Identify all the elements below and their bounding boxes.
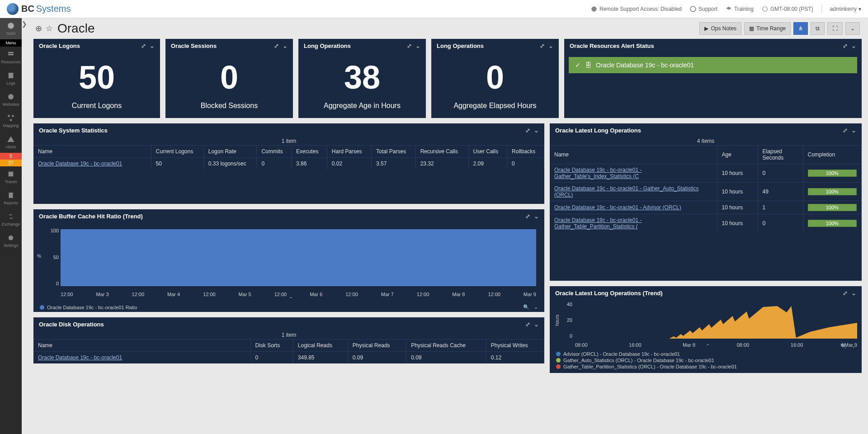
graduation-icon: [726, 6, 732, 12]
sidebar-item-logs[interactable]: Logs: [0, 68, 22, 89]
support-link[interactable]: Support: [690, 6, 717, 12]
timezone-selector[interactable]: GMT-08:00 (PST): [762, 6, 813, 12]
legend-item[interactable]: Gather_Auto_Statistics (ORCL) - Oracle D…: [556, 358, 855, 363]
bignum-value: 50: [79, 61, 115, 94]
sidebar-item-traces[interactable]: Traces: [0, 166, 22, 188]
table-row[interactable]: Oracle Database 19c - bc-oracle01 - Advi…: [550, 201, 862, 214]
chevron-down-icon[interactable]: ⌄: [534, 321, 539, 328]
chevron-up-icon[interactable]: ⌃: [289, 296, 293, 302]
bignum-label: Aggregate Age in Hours: [324, 102, 401, 110]
chevron-down-icon[interactable]: ⌄: [851, 290, 856, 297]
dashboard-icon[interactable]: ⊕: [35, 24, 42, 33]
expand-icon[interactable]: ⤢: [843, 290, 848, 297]
search-icon[interactable]: 🔍: [523, 304, 529, 310]
chevron-down-icon[interactable]: ⌄: [851, 343, 855, 349]
star-icon[interactable]: ☆: [46, 24, 53, 33]
svg-rect-11: [9, 172, 14, 177]
table-row[interactable]: Oracle Database 19c - bc-oracle01 - Gath…: [550, 183, 862, 201]
chevron-down-icon[interactable]: ⌄: [548, 42, 553, 49]
fullscreen-button[interactable]: ⛶: [827, 22, 843, 35]
table-row[interactable]: Oracle Database 19c - bc-oracle01 0 349.…: [33, 352, 544, 364]
sidebar-item-dash[interactable]: Dash: [0, 18, 22, 39]
mapping-icon: [7, 114, 15, 122]
ops-notes-button[interactable]: ▶Ops Notes: [699, 22, 741, 35]
svg-point-1: [690, 6, 696, 12]
chevron-down-icon[interactable]: ⌄: [534, 127, 539, 134]
breadcrumb-icons: ⊕ ☆: [35, 24, 53, 33]
expand-icon[interactable]: ⤢: [540, 42, 545, 49]
svg-rect-5: [8, 54, 14, 55]
share-button[interactable]: ⋔: [793, 22, 808, 35]
card-long-operations-age: Long Operations⤢⌄ 38Aggregate Age in Hou…: [298, 39, 426, 118]
card-alert-status: Oracle Resources Alert Status⤢⌄ ✓ 🗄 Orac…: [564, 39, 862, 118]
globe-icon: [762, 6, 768, 12]
copy-button[interactable]: ⧉: [811, 22, 825, 35]
expand-icon[interactable]: ⤢: [843, 42, 848, 49]
alert-count-warning[interactable]: 27: [0, 160, 22, 166]
bignum-label: Aggregate Elapsed Hours: [453, 102, 536, 110]
chevron-down-icon[interactable]: ⌄: [851, 127, 856, 134]
fullscreen-icon: ⛶: [832, 25, 838, 32]
table-row[interactable]: Oracle Database 19c - bc-oracle01 - Gath…: [550, 214, 862, 233]
svg-point-3: [8, 23, 14, 29]
legend-dot: [556, 358, 561, 363]
legend-item[interactable]: Advisor (ORCL) - Oracle Database 19c - b…: [556, 351, 855, 357]
sidebar-item-resources[interactable]: Resources: [0, 47, 22, 68]
chevron-down-icon: ⌄: [850, 25, 855, 32]
expand-icon[interactable]: ⤢: [407, 42, 412, 49]
legend-dot: [556, 352, 561, 356]
svg-point-13: [9, 236, 14, 241]
svg-rect-6: [9, 73, 14, 78]
time-range-button[interactable]: ▦Time Range: [744, 22, 791, 35]
chevron-down-icon[interactable]: ⌄: [534, 213, 539, 220]
buffer-chart-plot: % 100500 12:00 Mar 3 12:00 Mar 4 12:00 M…: [38, 226, 538, 299]
svg-point-8: [8, 115, 10, 117]
dashboard-grid: Oracle Logons⤢⌄ 50Current Logons Oracle …: [27, 39, 868, 434]
chevron-down-icon[interactable]: ⌄: [534, 304, 538, 310]
logo[interactable]: BC Systems: [7, 3, 71, 15]
chevron-down-icon[interactable]: ⌄: [283, 42, 288, 49]
expand-icon[interactable]: ⤢: [525, 127, 530, 134]
sidebar-item-alerts[interactable]: Alerts: [0, 132, 22, 153]
chevron-down-icon[interactable]: ⌄: [150, 42, 155, 49]
sidebar-expand-button[interactable]: ❯: [22, 18, 27, 30]
search-icon[interactable]: 🔍: [840, 343, 847, 349]
sidebar-item-exchange[interactable]: Exchange: [0, 209, 22, 230]
expand-icon[interactable]: ⤢: [525, 213, 530, 220]
gear-icon: [7, 234, 15, 242]
expand-icon[interactable]: ⤢: [274, 42, 279, 49]
share-icon: ⋔: [798, 25, 803, 32]
dashboard-icon: [7, 22, 15, 30]
alert-icon: [7, 135, 15, 143]
left-sidebar: ❯ Dash Menu Resources Logs Websites Mapp…: [0, 18, 22, 434]
expand-icon[interactable]: ⤢: [525, 321, 530, 328]
user-menu[interactable]: adminkerry ▾: [830, 6, 861, 12]
item-count: 4 items: [550, 137, 862, 145]
long-ops-table: Name Age Elapsed Seconds Completion Orac…: [550, 145, 862, 232]
svg-rect-4: [8, 52, 14, 53]
sidebar-item-mapping[interactable]: Mapping: [0, 110, 22, 132]
chevron-up-icon[interactable]: ⌃: [706, 343, 710, 349]
alert-count-critical[interactable]: 5: [0, 153, 22, 160]
training-link[interactable]: Training: [726, 6, 754, 12]
remote-support-status[interactable]: Remote Support Access: Disabled: [591, 6, 682, 12]
more-menu-button[interactable]: ⌄: [845, 22, 860, 35]
chart-area: [61, 229, 536, 286]
menu-label: Menu: [0, 39, 22, 47]
chevron-down-icon[interactable]: ⌄: [415, 42, 420, 49]
logs-icon: [7, 71, 15, 80]
alert-row-ok[interactable]: ✓ 🗄 Oracle Database 19c - bc-oracle01: [569, 57, 857, 73]
expand-icon[interactable]: ⤢: [843, 127, 848, 134]
sidebar-item-reports[interactable]: Reports: [0, 188, 22, 209]
legend-item[interactable]: Gather_Table_Partition_Statistics (ORCL)…: [556, 364, 855, 369]
bignum-label: Current Logons: [72, 102, 122, 110]
globe-icon: [7, 93, 15, 101]
table-row[interactable]: Oracle Database 19c - bc-oracle01 50 0.3…: [33, 158, 544, 170]
sidebar-item-settings[interactable]: Settings: [0, 230, 22, 251]
toolbar: ▶Ops Notes ▦Time Range ⋔ ⧉ ⛶ ⌄: [699, 22, 860, 35]
table-row[interactable]: Oracle Database 19c - bc-oracle01 - Gath…: [550, 164, 862, 183]
expand-icon[interactable]: ⤢: [141, 42, 146, 49]
sidebar-item-websites[interactable]: Websites: [0, 89, 22, 110]
chevron-down-icon[interactable]: ⌄: [851, 42, 856, 49]
card-oracle-logons: Oracle Logons⤢⌄ 50Current Logons: [33, 39, 160, 118]
